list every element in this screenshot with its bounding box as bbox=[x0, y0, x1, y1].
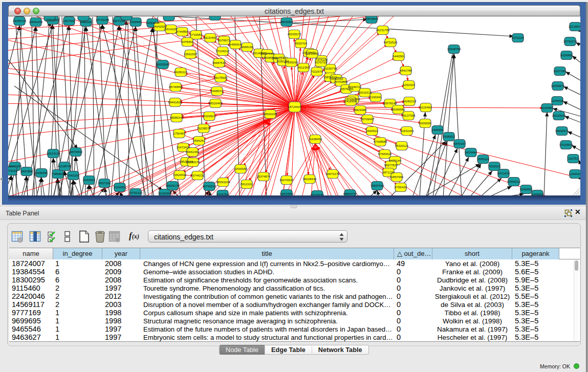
svg-text:88461803: 88461803 bbox=[168, 101, 182, 104]
svg-text:5938913: 5938913 bbox=[443, 135, 455, 138]
svg-text:5479144: 5479144 bbox=[389, 159, 401, 162]
svg-text:9937326: 9937326 bbox=[98, 182, 111, 185]
svg-text:16671355: 16671355 bbox=[113, 19, 126, 23]
svg-text:4612365: 4612365 bbox=[297, 66, 310, 69]
svg-text:11938454: 11938454 bbox=[309, 138, 322, 141]
svg-text:70597444: 70597444 bbox=[371, 184, 384, 187]
svg-text:13561597: 13561597 bbox=[184, 53, 198, 56]
svg-text:66661351: 66661351 bbox=[186, 150, 200, 154]
svg-text:32162965: 32162965 bbox=[158, 192, 172, 195]
svg-text:36697396: 36697396 bbox=[8, 165, 22, 168]
svg-text:97226012: 97226012 bbox=[216, 50, 230, 53]
svg-text:3871230: 3871230 bbox=[382, 171, 395, 174]
svg-text:3215955: 3215955 bbox=[541, 106, 553, 110]
svg-text:88320463: 88320463 bbox=[209, 102, 223, 105]
svg-text:66792612: 66792612 bbox=[203, 185, 216, 188]
svg-text:47308985: 47308985 bbox=[374, 140, 387, 143]
svg-text:116753: 116753 bbox=[568, 157, 578, 160]
svg-text:7515546: 7515546 bbox=[129, 20, 142, 24]
svg-text:52235350: 52235350 bbox=[306, 52, 319, 55]
svg-text:16210643: 16210643 bbox=[552, 114, 566, 117]
svg-text:84752529: 84752529 bbox=[384, 41, 398, 44]
svg-text:11218506: 11218506 bbox=[569, 25, 580, 28]
svg-text:61220073: 61220073 bbox=[186, 161, 200, 164]
svg-text:9245652: 9245652 bbox=[520, 188, 532, 191]
svg-text:2935114: 2935114 bbox=[477, 158, 490, 161]
svg-text:7632621: 7632621 bbox=[488, 165, 500, 168]
svg-text:12093872: 12093872 bbox=[551, 84, 565, 87]
svg-text:9329966: 9329966 bbox=[560, 54, 573, 57]
svg-text:31472420: 31472420 bbox=[177, 146, 190, 149]
svg-text:24282218: 24282218 bbox=[403, 100, 417, 103]
svg-text:14055724: 14055724 bbox=[13, 19, 27, 23]
svg-text:24972279: 24972279 bbox=[326, 172, 340, 176]
svg-text:16648784: 16648784 bbox=[447, 48, 461, 51]
svg-text:8612220: 8612220 bbox=[241, 183, 253, 186]
svg-text:17016504: 17016504 bbox=[559, 143, 573, 146]
svg-text:57683626: 57683626 bbox=[378, 152, 392, 156]
svg-text:3154051: 3154051 bbox=[114, 186, 126, 189]
svg-text:6939695: 6939695 bbox=[419, 122, 431, 125]
svg-text:9897858: 9897858 bbox=[20, 170, 33, 173]
svg-text:4744854: 4744854 bbox=[176, 30, 188, 33]
svg-text:46231783: 46231783 bbox=[376, 29, 390, 32]
svg-text:9153566: 9153566 bbox=[83, 179, 95, 182]
svg-text:36687537: 36687537 bbox=[212, 61, 226, 64]
svg-text:49349722: 49349722 bbox=[348, 85, 362, 89]
svg-text:93016315: 93016315 bbox=[358, 91, 372, 94]
svg-text:73791320: 73791320 bbox=[129, 191, 143, 194]
svg-text:9372224: 9372224 bbox=[512, 36, 524, 39]
svg-text:1440954: 1440954 bbox=[431, 128, 444, 132]
svg-text:47295260: 47295260 bbox=[285, 61, 298, 64]
svg-text:9478454: 9478454 bbox=[181, 40, 193, 43]
svg-text:6466160: 6466160 bbox=[80, 20, 92, 24]
svg-text:42857966: 42857966 bbox=[390, 176, 404, 179]
svg-text:4823498: 4823498 bbox=[354, 108, 366, 112]
svg-text:7022674: 7022674 bbox=[311, 70, 323, 73]
svg-text:15692971: 15692971 bbox=[555, 129, 569, 133]
svg-text:12614124: 12614124 bbox=[47, 152, 60, 155]
svg-text:8471676: 8471676 bbox=[497, 172, 510, 175]
svg-text:4668136: 4668136 bbox=[241, 46, 253, 49]
svg-text:42138745: 42138745 bbox=[58, 165, 72, 168]
svg-text:10553267: 10553267 bbox=[46, 18, 60, 21]
svg-text:28740864: 28740864 bbox=[169, 85, 183, 89]
svg-text:78137358: 78137358 bbox=[402, 114, 416, 117]
svg-text:20570592: 20570592 bbox=[69, 150, 83, 154]
svg-text:96282117: 96282117 bbox=[174, 71, 188, 74]
svg-text:96028436: 96028436 bbox=[303, 178, 317, 181]
svg-text:8813054: 8813054 bbox=[280, 20, 293, 24]
svg-text:3320821: 3320821 bbox=[203, 115, 215, 118]
svg-text:20053946: 20053946 bbox=[156, 63, 170, 66]
svg-text:18724007: 18724007 bbox=[288, 105, 302, 108]
svg-text:10719185: 10719185 bbox=[96, 18, 110, 21]
svg-text:4842788: 4842788 bbox=[400, 69, 412, 72]
svg-text:39587039: 39587039 bbox=[260, 52, 274, 55]
svg-text:29175900: 29175900 bbox=[214, 76, 228, 79]
svg-text:2166941: 2166941 bbox=[369, 96, 382, 99]
svg-text:80823176: 80823176 bbox=[166, 184, 180, 187]
svg-text:31831063: 31831063 bbox=[400, 129, 414, 133]
svg-text:1527602: 1527602 bbox=[63, 19, 75, 23]
svg-text:8755439: 8755439 bbox=[395, 186, 407, 189]
svg-text:15751074: 15751074 bbox=[563, 40, 577, 43]
svg-text:10654112: 10654112 bbox=[507, 180, 521, 183]
svg-text:9227343: 9227343 bbox=[554, 70, 566, 73]
svg-text:8078673: 8078673 bbox=[218, 39, 230, 42]
svg-text:43744231: 43744231 bbox=[191, 174, 205, 177]
svg-text:95320121: 95320121 bbox=[395, 144, 409, 147]
svg-text:26753883: 26753883 bbox=[334, 80, 348, 83]
svg-text:50056581: 50056581 bbox=[391, 108, 405, 111]
svg-text:20691406: 20691406 bbox=[29, 20, 43, 24]
svg-text:7089806: 7089806 bbox=[52, 172, 64, 176]
svg-text:82070937: 82070937 bbox=[280, 179, 294, 182]
svg-text:2719583: 2719583 bbox=[190, 33, 202, 36]
svg-text:45935572: 45935572 bbox=[288, 33, 301, 36]
svg-text:20876842: 20876842 bbox=[365, 17, 379, 20]
svg-text:5418934: 5418934 bbox=[344, 100, 357, 103]
svg-text:20053946: 20053946 bbox=[146, 21, 160, 25]
svg-text:9474444: 9474444 bbox=[465, 151, 477, 154]
svg-text:7273233: 7273233 bbox=[8, 169, 17, 172]
svg-text:6438436: 6438436 bbox=[35, 171, 48, 174]
svg-text:20709497: 20709497 bbox=[361, 118, 375, 121]
